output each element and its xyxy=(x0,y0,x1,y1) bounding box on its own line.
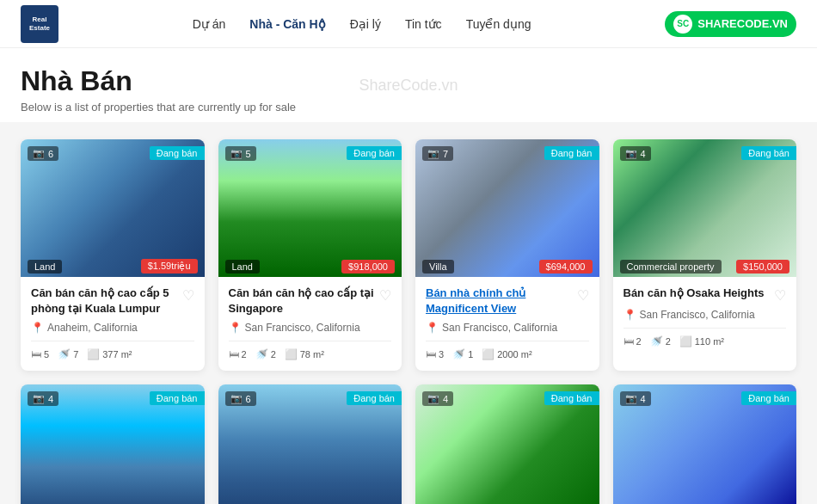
status-badge: Đang bán xyxy=(150,391,205,405)
status-badge: Đang bán xyxy=(741,391,796,405)
beds-count: 3 xyxy=(439,349,444,360)
card-location: 📍 San Francisco, California xyxy=(426,322,589,334)
card-image: 📷 4 Đang bán Commercial property $1.3tri… xyxy=(21,384,205,504)
area-icon: ⬜ xyxy=(679,335,692,347)
location-text: San Francisco, California xyxy=(442,322,557,334)
card-stats: 🛏 5 🚿 7 ⬜ 377 m² xyxy=(31,341,194,360)
card-header-row: Căn bán căn hộ cao cấp tại Singapore ♡ xyxy=(229,286,392,317)
card-location: 📍 San Francisco, California xyxy=(229,322,392,334)
count-number: 5 xyxy=(246,149,251,159)
bath-icon: 🚿 xyxy=(255,348,268,360)
nav-item-tuyendung[interactable]: Tuyển dụng xyxy=(466,16,531,32)
page-title-area: Nhà Bán ShareCode.vn Below is a list of … xyxy=(0,48,817,122)
count-number: 4 xyxy=(641,394,646,404)
baths-count: 2 xyxy=(666,336,671,347)
card-title-link[interactable]: Bán nhà chính chủ Magnificent View xyxy=(426,286,525,315)
logo-area: RealEstate xyxy=(21,5,58,43)
nav-item-daily[interactable]: Đại lý xyxy=(350,16,381,32)
status-badge: Đang bán xyxy=(544,391,599,405)
card-count-badge: 📷 6 xyxy=(28,146,58,161)
card-body: Bán nhà chính chủ Magnificent View ♡ 📍 S… xyxy=(415,277,599,371)
status-badge: Đang bán xyxy=(347,146,402,160)
card-location: 📍 San Francisco, California xyxy=(624,309,787,321)
bed-icon: 🛏 xyxy=(31,348,41,360)
card-count-badge: 📷 7 xyxy=(422,146,453,161)
camera-icon: 📷 xyxy=(625,393,637,404)
card-bottom-row: Land $1.59triệu xyxy=(21,255,205,277)
camera-icon: 📷 xyxy=(427,393,439,404)
card-image: 📷 7 Đang bán Villa $694,000 xyxy=(415,139,599,277)
beds-count: 2 xyxy=(242,349,247,360)
property-card: 📷 5 Đang bán Land $918,000 Căn bán căn h… xyxy=(218,139,402,371)
bed-icon: 🛏 xyxy=(229,348,239,360)
nav-item-duanr[interactable]: Dự án xyxy=(193,16,226,32)
property-card: 📷 7 Đang bán Villa $694,000 Bán nhà chín… xyxy=(415,139,599,371)
card-title: Bán nhà chính chủ Magnificent View xyxy=(426,286,572,317)
card-header-row: Bán nhà chính chủ Magnificent View ♡ xyxy=(426,286,589,317)
card-count-badge: 📷 6 xyxy=(225,391,256,406)
location-pin-icon: 📍 xyxy=(229,322,242,334)
card-body: Căn bán căn hộ cao cấp tại Singapore ♡ 📍… xyxy=(218,277,402,371)
card-count-badge: 📷 4 xyxy=(620,391,651,406)
count-number: 6 xyxy=(48,149,53,159)
baths-stat: 🚿 2 xyxy=(650,335,671,347)
bed-icon: 🛏 xyxy=(624,335,634,347)
status-badge: Đang bán xyxy=(150,146,205,160)
card-bottom-row: Commercial property $1.3triệu xyxy=(21,501,205,504)
nav-link-daily[interactable]: Đại lý xyxy=(350,17,381,31)
camera-icon: 📷 xyxy=(33,393,45,404)
beds-stat: 🛏 2 xyxy=(624,335,642,347)
card-image: 📷 6 Đang bán Land $1.59triệu xyxy=(21,139,205,277)
count-number: 7 xyxy=(443,149,448,159)
nav-link-nha[interactable]: Nhà - Căn Hộ xyxy=(249,17,325,31)
site-header: RealEstate Dự án Nhà - Căn Hộ Đại lý Tin… xyxy=(0,0,817,48)
property-card: 📷 4 Đang bán Commercial property $1.3tri… xyxy=(21,384,205,504)
area-icon: ⬜ xyxy=(482,348,494,360)
camera-icon: 📷 xyxy=(33,148,45,159)
count-number: 4 xyxy=(443,394,448,404)
count-number: 4 xyxy=(641,149,646,159)
card-image: 📷 4 Đang bán Apartment $800,000 xyxy=(415,384,599,504)
nav-link-duan[interactable]: Dự án xyxy=(193,17,226,31)
heart-icon[interactable]: ♡ xyxy=(379,287,391,304)
count-number: 6 xyxy=(246,394,251,404)
area-icon: ⬜ xyxy=(87,348,100,360)
property-card: 📷 6 Đang bán Land $1.7triệu Đất nền khu … xyxy=(218,384,402,504)
card-bottom-row: Land $1.7triệu xyxy=(218,501,402,504)
sharecode-icon: SC xyxy=(673,15,692,34)
card-count-badge: 📷 4 xyxy=(28,391,58,406)
card-location: 📍 Anaheim, California xyxy=(31,322,194,334)
beds-count: 2 xyxy=(636,336,642,347)
card-count-badge: 📷 4 xyxy=(620,146,651,161)
nav-link-tintuc[interactable]: Tin tức xyxy=(405,17,442,31)
price-badge: $918,000 xyxy=(341,260,395,274)
beds-count: 5 xyxy=(44,349,49,360)
bath-icon: 🚿 xyxy=(58,348,71,360)
heart-icon[interactable]: ♡ xyxy=(577,287,589,304)
card-stats: 🛏 2 🚿 2 ⬜ 78 m² xyxy=(229,341,392,360)
beds-stat: 🛏 3 xyxy=(426,348,444,360)
properties-grid: 📷 6 Đang bán Land $1.59triệu Căn bán căn… xyxy=(0,122,817,504)
nav-item-nha[interactable]: Nhà - Căn Hộ xyxy=(249,16,325,32)
card-image: 📷 4 Đang bán Commercial property $150,00… xyxy=(613,139,797,277)
area-value: 2000 m² xyxy=(497,349,531,360)
nav-item-tintuc[interactable]: Tin tức xyxy=(405,16,442,32)
location-pin-icon: 📍 xyxy=(426,322,439,334)
area-stat: ⬜ 110 m² xyxy=(679,335,724,347)
baths-stat: 🚿 7 xyxy=(58,348,78,360)
baths-stat: 🚿 1 xyxy=(452,348,473,360)
page-title: Nhà Bán xyxy=(21,65,796,97)
property-type-badge: Commercial property xyxy=(620,260,722,274)
card-stats: 🛏 2 🚿 2 ⬜ 110 m² xyxy=(624,328,787,347)
area-stat: ⬜ 2000 m² xyxy=(482,348,531,360)
location-pin-icon: 📍 xyxy=(624,309,636,321)
property-card: 📷 6 Đang bán Land $1.59triệu Căn bán căn… xyxy=(21,139,205,371)
location-text: Anaheim, California xyxy=(47,322,138,334)
nav-link-tuyendung[interactable]: Tuyển dụng xyxy=(466,17,531,31)
heart-icon[interactable]: ♡ xyxy=(774,287,786,304)
heart-icon[interactable]: ♡ xyxy=(182,287,194,304)
status-badge: Đang bán xyxy=(347,391,402,405)
area-icon: ⬜ xyxy=(285,348,298,360)
logo-text: RealEstate xyxy=(29,15,50,32)
area-value: 78 m² xyxy=(300,349,324,360)
